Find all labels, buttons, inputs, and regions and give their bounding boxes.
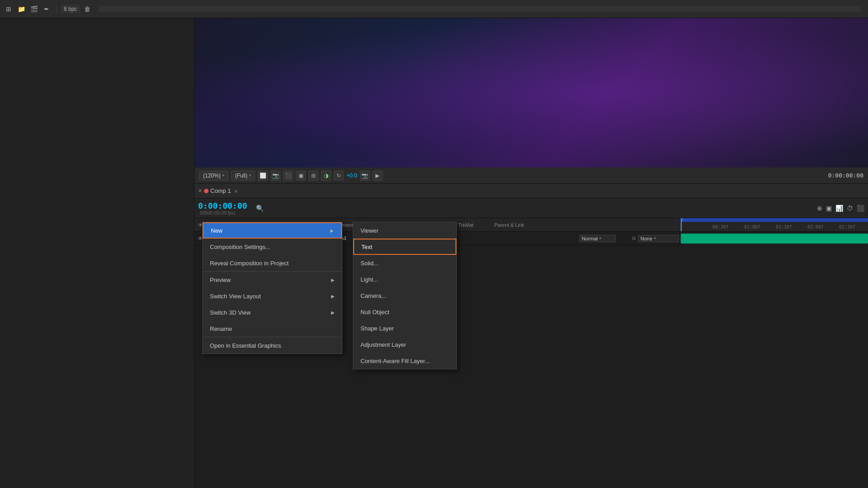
menu-item-new-label: New [211,227,223,234]
submenu-item-solid[interactable]: Solid... [353,255,456,271]
menu-item-switch-3d-view-arrow: ▶ [331,310,335,315]
submenu-item-viewer-label: Viewer [360,227,379,234]
menu-item-switch-3d-view[interactable]: Switch 3D View ▶ [203,304,342,321]
menu-item-switch-view-layout[interactable]: Switch View Layout ▶ [203,288,342,304]
submenu-item-adjustment-layer-label: Adjustment Layer [360,341,406,348]
menu-item-composition-settings-label: Composition Settings... [210,244,270,250]
submenu-item-content-aware-fill[interactable]: Content-Aware Fill Layer... [353,353,456,369]
submenu-item-light-label: Light... [360,276,378,283]
submenu-item-text-label: Text [361,244,372,250]
submenu-item-light[interactable]: Light... [353,271,456,287]
submenu: Viewer Text Solid... Light... Camera... … [353,222,457,369]
submenu-item-solid-label: Solid... [360,260,379,267]
menu-item-preview-arrow: ▶ [331,277,335,282]
submenu-item-null-object-label: Null Object [360,309,389,316]
menu-item-open-essential-label: Open in Essential Graphics [210,342,281,349]
submenu-item-shape-layer[interactable]: Shape Layer [353,320,456,336]
menu-item-preview[interactable]: Preview ▶ [203,272,342,288]
submenu-item-camera-label: Camera... [360,292,386,299]
menu-item-new[interactable]: New ▶ [203,222,342,239]
submenu-item-text[interactable]: Text [353,239,456,255]
menu-item-switch-3d-view-label: Switch 3D View [210,309,251,316]
menu-item-switch-view-layout-label: Switch View Layout [210,293,261,300]
submenu-item-content-aware-fill-label: Content-Aware Fill Layer... [360,358,430,364]
submenu-item-viewer[interactable]: Viewer [353,222,456,239]
menu-item-reveal-composition-label: Reveal Composition in Project [210,260,289,267]
menu-item-preview-label: Preview [210,277,231,283]
menu-item-rename-label: Rename [210,325,232,332]
menu-item-composition-settings[interactable]: Composition Settings... [203,239,342,255]
menu-item-switch-view-layout-arrow: ▶ [331,294,335,299]
submenu-item-null-object[interactable]: Null Object [353,304,456,320]
submenu-item-shape-layer-label: Shape Layer [360,325,394,332]
submenu-item-camera[interactable]: Camera... [353,287,456,304]
menu-item-new-arrow: ▶ [330,228,334,233]
menu-item-open-essential[interactable]: Open in Essential Graphics [203,337,342,354]
menu-item-rename[interactable]: Rename [203,321,342,337]
submenu-item-adjustment-layer[interactable]: Adjustment Layer [353,336,456,353]
context-menu: New ▶ Composition Settings... Reveal Com… [202,222,342,354]
context-menu-overlay: New ▶ Composition Settings... Reveal Com… [0,0,868,488]
menu-item-reveal-composition[interactable]: Reveal Composition in Project [203,255,342,271]
